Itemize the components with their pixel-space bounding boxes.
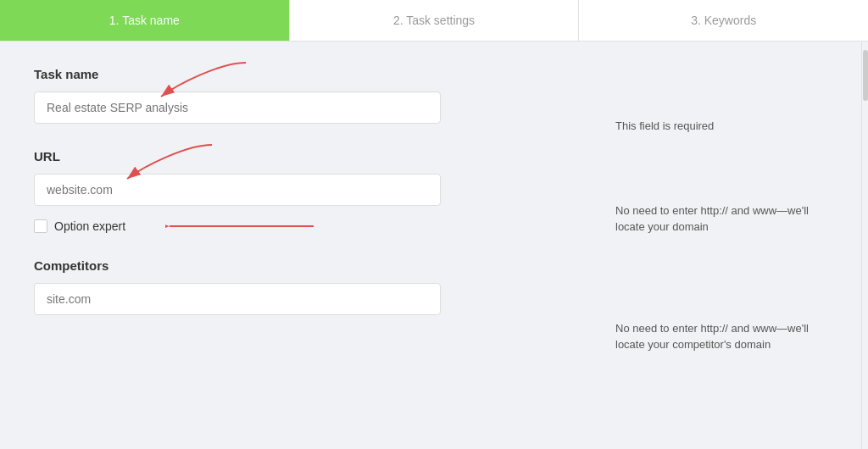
- task-name-section: Task name: [34, 67, 556, 124]
- tab-task-settings[interactable]: 2. Task settings: [290, 0, 580, 41]
- main-content: Task name URL: [0, 42, 868, 449]
- arrow-option-expert: [165, 218, 318, 235]
- competitors-label: Competitors: [34, 258, 556, 273]
- task-name-hint-text: This field is required: [615, 119, 714, 132]
- arrow-url: [119, 141, 220, 183]
- scrollbar-track[interactable]: [861, 42, 868, 449]
- right-panel: This field is required No need to enter …: [590, 42, 861, 449]
- url-label: URL: [34, 149, 556, 164]
- url-hint-text: No need to enter http:// and www—we'll l…: [615, 204, 809, 234]
- competitors-input[interactable]: [34, 283, 441, 315]
- page-wrapper: 1. Task name 2. Task settings 3. Keyword…: [0, 0, 868, 449]
- option-expert-label: Option expert: [54, 219, 125, 233]
- competitors-hint: No need to enter http:// and www—we'll l…: [615, 320, 836, 353]
- url-hint: No need to enter http:// and www—we'll l…: [615, 202, 836, 236]
- left-panel: Task name URL: [0, 42, 590, 449]
- tab-keywords[interactable]: 3. Keywords: [579, 0, 868, 41]
- competitors-hint-text: No need to enter http:// and www—we'll l…: [615, 322, 809, 352]
- task-name-hint: This field is required: [615, 118, 836, 135]
- competitors-section: Competitors: [34, 258, 556, 315]
- arrow-task-name: [153, 58, 254, 101]
- url-input[interactable]: [34, 174, 441, 206]
- url-section: URL Option expert: [34, 149, 556, 233]
- task-name-label: Task name: [34, 67, 556, 81]
- option-expert-row: Option expert: [34, 219, 556, 233]
- tabs-bar: 1. Task name 2. Task settings 3. Keyword…: [0, 0, 868, 42]
- option-expert-checkbox[interactable]: [34, 219, 47, 233]
- tab-task-name[interactable]: 1. Task name: [0, 0, 290, 41]
- scrollbar-thumb[interactable]: [863, 50, 868, 101]
